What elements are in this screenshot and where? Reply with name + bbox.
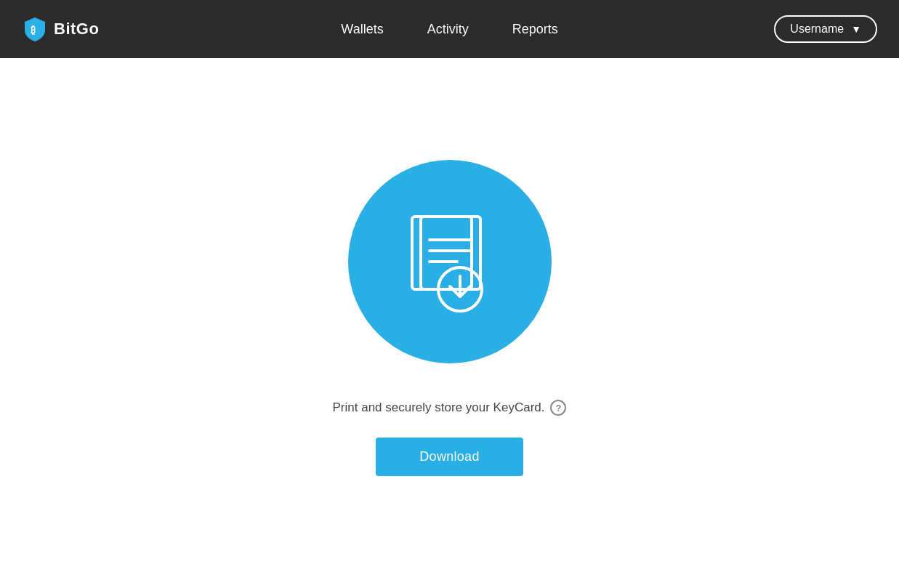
nav-reports[interactable]: Reports	[512, 22, 558, 37]
navbar: ₿ BitGo Wallets Activity Reports Usernam…	[0, 0, 899, 58]
svg-text:₿: ₿	[31, 24, 36, 36]
keycard-text-row: Print and securely store your KeyCard. ?	[333, 400, 567, 416]
document-download-icon	[392, 204, 508, 320]
help-icon[interactable]: ?	[550, 400, 566, 416]
brand-name: BitGo	[54, 20, 99, 39]
keycard-description: Print and securely store your KeyCard.	[333, 400, 545, 415]
bitgo-shield-icon: ₿	[22, 16, 48, 42]
user-dropdown[interactable]: Username ▼	[774, 15, 877, 43]
chevron-down-icon: ▼	[851, 23, 861, 35]
username-label: Username	[790, 23, 844, 36]
keycard-icon-circle	[348, 160, 552, 363]
download-button[interactable]: Download	[376, 438, 523, 476]
bitgo-logo[interactable]: ₿ BitGo	[22, 16, 99, 42]
navbar-nav: Wallets Activity Reports	[341, 22, 557, 37]
nav-activity[interactable]: Activity	[427, 22, 469, 37]
navbar-right: Username ▼	[774, 15, 877, 43]
navbar-left: ₿ BitGo	[22, 16, 99, 42]
main-content: Print and securely store your KeyCard. ?…	[0, 58, 899, 520]
nav-wallets[interactable]: Wallets	[341, 22, 383, 37]
